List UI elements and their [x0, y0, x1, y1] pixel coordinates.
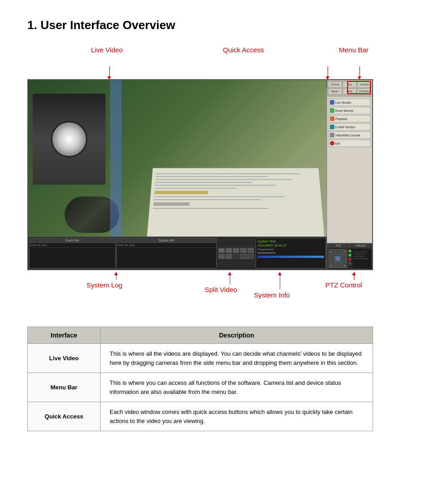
label-quick-access: Quick Access: [223, 46, 264, 54]
label-split-video: Split Video: [205, 286, 237, 293]
table-cell-interface: Menu Bar: [28, 373, 101, 402]
table-row: Menu BarThis is where you can access all…: [28, 373, 373, 402]
label-live-video: Live Video: [91, 46, 123, 54]
table-row: Live VideoThis is where all the videos a…: [28, 344, 373, 373]
description-table: Interface Description Live VideoThis is …: [27, 327, 373, 431]
page-title: 1. User Interface Overview: [27, 18, 407, 32]
table-cell-description: This is where all the videos are display…: [101, 344, 373, 373]
table-cell-interface: Live Video: [28, 344, 101, 373]
label-ptz-control: PTZ Control: [325, 281, 362, 289]
label-system-log: System Log: [86, 281, 122, 289]
table-cell-description: Each video window comes with quick acces…: [101, 402, 373, 431]
col-interface: Interface: [28, 327, 101, 344]
label-menu-bar: Menu Bar: [339, 46, 368, 54]
table-cell-description: This is where you can access all functio…: [101, 373, 373, 402]
table-row: Quick AccessEach video window comes with…: [28, 402, 373, 431]
table-cell-interface: Quick Access: [28, 402, 101, 431]
screenshot: NVR CH1 CH-4 PRESET: [27, 79, 373, 270]
label-system-info: System Info: [254, 291, 290, 299]
col-description: Description: [101, 327, 373, 344]
diagram-area: Live Video Quick Access Menu Bar NVR CH1…: [27, 46, 407, 304]
